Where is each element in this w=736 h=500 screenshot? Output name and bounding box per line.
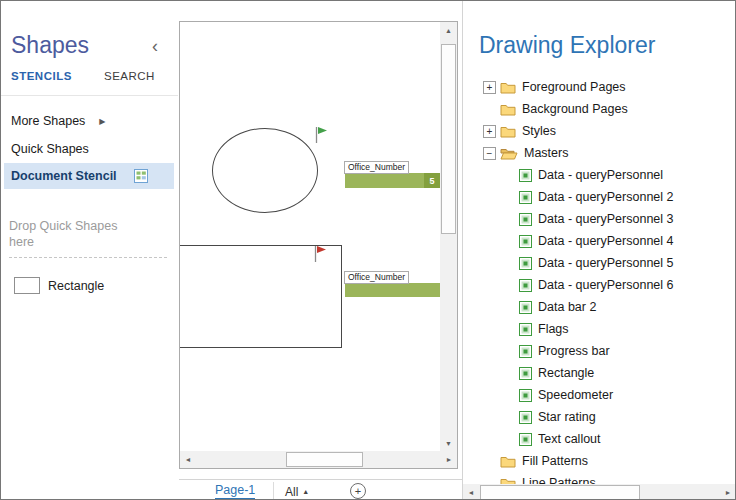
vertical-scrollbar-thumb[interactable] — [441, 44, 456, 234]
document-stencil-label: Document Stencil — [11, 169, 117, 183]
tree-item[interactable]: Data - queryPersonnel 6 — [483, 274, 735, 296]
collapse-pane-icon[interactable]: ‹ — [152, 37, 158, 55]
tree-item-label: Star rating — [538, 410, 596, 424]
tree-item-label: Data - queryPersonnel 6 — [538, 278, 674, 292]
tree-item-label: Background Pages — [522, 102, 628, 116]
data-bar[interactable] — [345, 283, 440, 297]
more-shapes-button[interactable]: More Shapes ▶ — [1, 109, 178, 133]
scroll-left-icon[interactable]: ◄ — [463, 484, 479, 500]
chevron-up-icon: ▲ — [302, 488, 309, 495]
master-icon — [519, 213, 532, 226]
master-icon — [519, 367, 532, 380]
master-icon — [519, 433, 532, 446]
folder-icon — [500, 103, 516, 116]
scroll-up-icon[interactable]: ▲ — [440, 22, 457, 38]
canvas-vertical-scrollbar[interactable]: ▲ ▼ — [440, 22, 457, 451]
red-flag-icon — [313, 245, 327, 263]
folder-icon — [500, 81, 516, 94]
tree-item[interactable]: Data - queryPersonnel 4 — [483, 230, 735, 252]
all-pages-button[interactable]: All▲ — [285, 485, 309, 499]
explorer-tree: +Foreground PagesBackground Pages+Styles… — [483, 76, 735, 494]
tree-item[interactable]: Data - queryPersonnel 3 — [483, 208, 735, 230]
master-icon — [519, 257, 532, 270]
scroll-right-icon[interactable]: ► — [720, 484, 736, 500]
scroll-down-icon[interactable]: ▼ — [440, 435, 457, 451]
drawing-page[interactable]: Office_Number 5 Office_Number — [180, 22, 440, 451]
master-icon — [519, 411, 532, 424]
master-icon — [519, 279, 532, 292]
master-icon — [519, 345, 532, 358]
stencil-item-label: Rectangle — [48, 279, 104, 293]
quick-shapes-label: Quick Shapes — [11, 142, 89, 156]
tree-item[interactable]: Speedometer — [483, 384, 735, 406]
page-tab-page1[interactable]: Page-1 — [215, 483, 255, 499]
tree-item-label: Foreground Pages — [522, 80, 626, 94]
chevron-right-icon: ▶ — [99, 117, 105, 126]
tree-item-label: Rectangle — [538, 366, 594, 380]
tab-search[interactable]: SEARCH — [104, 70, 155, 82]
tree-item-label: Data - queryPersonnel 2 — [538, 190, 674, 204]
master-icon — [519, 235, 532, 248]
add-page-button[interactable]: + — [350, 483, 366, 499]
tree-item[interactable]: Fill Patterns — [483, 450, 735, 472]
tree-item-label: Data - queryPersonnel 4 — [538, 234, 674, 248]
explorer-horizontal-scrollbar[interactable]: ◄ ► — [463, 484, 736, 500]
document-stencil-icon — [133, 168, 149, 184]
tree-item[interactable]: Data - queryPersonnel 2 — [483, 186, 735, 208]
pagebar-separator — [273, 482, 274, 500]
collapse-minus-icon[interactable]: − — [483, 147, 496, 160]
explorer-scrollbar-thumb[interactable] — [480, 485, 640, 500]
tree-item[interactable]: Flags — [483, 318, 735, 340]
tree-item[interactable]: +Foreground Pages — [483, 76, 735, 98]
shapes-pane-title: Shapes — [11, 32, 89, 59]
data-bar[interactable]: 5 — [345, 173, 440, 188]
folder-icon — [500, 455, 516, 468]
plus-icon: + — [355, 486, 361, 497]
master-icon — [519, 389, 532, 402]
master-icon — [519, 323, 532, 336]
tree-item-label: Fill Patterns — [522, 454, 588, 468]
tree-item[interactable]: −Masters — [483, 142, 735, 164]
drawing-explorer-title: Drawing Explorer — [479, 32, 655, 59]
tree-item-label: Styles — [522, 124, 556, 138]
tree-item-label: Speedometer — [538, 388, 613, 402]
expand-plus-icon[interactable]: + — [483, 81, 496, 94]
scroll-left-icon[interactable]: ◄ — [180, 451, 196, 468]
master-icon — [519, 301, 532, 314]
scroll-right-icon[interactable]: ► — [441, 451, 457, 468]
tree-item[interactable]: Data - queryPersonnel — [483, 164, 735, 186]
visio-window: Shapes ‹ STENCILS SEARCH More Shapes ▶ Q… — [0, 0, 736, 500]
rectangle-shape-icon — [14, 277, 40, 294]
tab-stencils[interactable]: STENCILS — [11, 70, 72, 82]
drawing-canvas: Office_Number 5 Office_Number ▲ ▼ ◄ — [179, 21, 458, 469]
more-shapes-label: More Shapes — [11, 114, 85, 128]
quick-shapes-button[interactable]: Quick Shapes — [1, 137, 178, 161]
master-icon — [519, 191, 532, 204]
tree-item[interactable]: Star rating — [483, 406, 735, 428]
folder-open-icon — [500, 147, 518, 160]
tree-item[interactable]: +Styles — [483, 120, 735, 142]
expand-plus-icon[interactable]: + — [483, 125, 496, 138]
document-stencil-button[interactable]: Document Stencil — [4, 163, 174, 189]
folder-icon — [500, 125, 516, 138]
horizontal-scrollbar-thumb[interactable] — [286, 452, 363, 467]
drawing-explorer-panel: Drawing Explorer +Foreground PagesBackgr… — [463, 1, 736, 500]
tree-item[interactable]: Progress bar — [483, 340, 735, 362]
tree-item[interactable]: Text callout — [483, 428, 735, 450]
data-bar-value: 5 — [429, 176, 434, 186]
tree-item-label: Data - queryPersonnel 5 — [538, 256, 674, 270]
ellipse-shape[interactable] — [212, 128, 318, 213]
tree-item[interactable]: Data bar 2 — [483, 296, 735, 318]
tree-item[interactable]: Background Pages — [483, 98, 735, 120]
canvas-horizontal-scrollbar[interactable]: ◄ ► — [180, 451, 457, 468]
tree-item[interactable]: Data - queryPersonnel 5 — [483, 252, 735, 274]
tree-item-label: Data - queryPersonnel 3 — [538, 212, 674, 226]
quick-shapes-drop-area[interactable]: Drop Quick Shapes here — [9, 218, 167, 258]
master-icon — [519, 169, 532, 182]
green-flag-icon — [314, 126, 328, 144]
tree-item-label: Data - queryPersonnel — [538, 168, 663, 182]
stencil-item-rectangle[interactable]: Rectangle — [1, 271, 178, 301]
pagebar-divider — [179, 479, 462, 480]
tree-item[interactable]: Rectangle — [483, 362, 735, 384]
drop-hint-label: Drop Quick Shapes here — [9, 218, 144, 250]
